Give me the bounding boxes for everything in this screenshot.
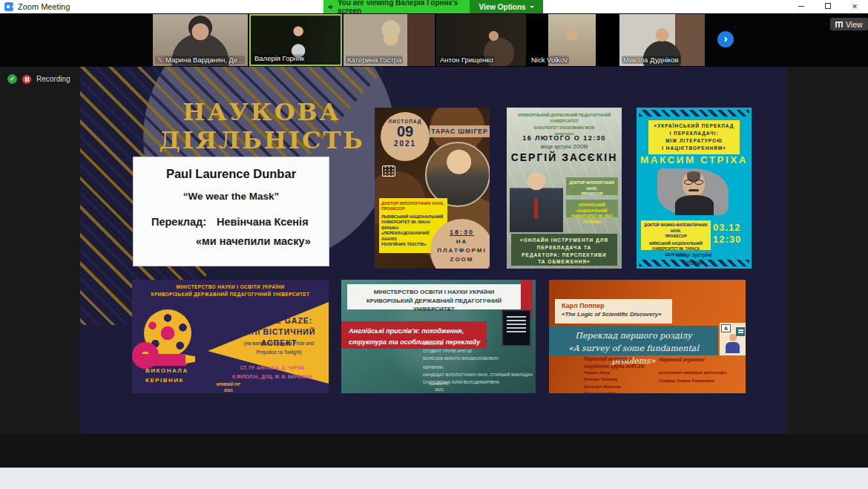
poster-team-label: Переклад виконали студенти групи АНП-19: [584,355,645,371]
poster-popper: Карл Поппер «The Logic of Scientific Dis… [549,280,746,393]
chevron-down-icon [530,6,534,10]
shared-screen-area: ✓ Recording НАУКОВА ДІЯЛЬНІСТЬ Paul Laur… [0,67,868,434]
poster-credentials-box: ДОКТОР ФІЗИКО-МАТЕМАТИЧНИХ НАУК, ПРОФЕСО… [641,220,711,250]
poster-ministry-header: МІНІСТЕРСТВО ОСВІТИ І НАУКИ УКРАЇНИ КРИВ… [347,284,521,309]
poster-credentials: ДОКТОР ФІЗИКО-МАТЕМАТИЧНИХ НАУК, ПРОФЕСО… [644,223,707,238]
poster-year: 2021 [381,140,430,148]
card-author: Paul Laurence Dunbar [134,167,329,181]
next-participants-arrow-button[interactable]: › [717,31,734,47]
poster-affiliation: ВОЛИНСЬКИЙ НАЦІОНАЛЬНИЙ УНІВЕРСИТЕТ ІМ. … [566,200,618,217]
poster-day: 09 [381,124,430,140]
poster-university-header: КРИВОРІЗЬКИЙ ДЕРЖАВНИЙ ПЕДАГОГІЧНИЙ УНІВ… [507,112,622,137]
minimize-button[interactable] [788,0,815,13]
poster-role-advisor: КЕРІВНИК [145,377,184,384]
participant-video-2[interactable]: Катерина Гостра [343,14,435,66]
zoom-app-icon [4,2,13,11]
poster-author: ВИКОНАВ: СТУДЕНТ ГРУПИ АНП-18 БОЛЄСЄВ МИ… [423,341,498,363]
speech-bubble-translation-icon [736,327,745,336]
translator-icon: A [720,323,746,355]
poster-topic: «УКРАЇНСЬКИЙ ПЕРЕКЛАД І ПЕРЕКЛАДАЧІ: МІЖ… [648,120,740,154]
participant-name: Nick Volkov [530,56,569,64]
poster-book-title: «The Logic of Scientific Discovery» [562,311,672,318]
speaker-tie-decoration [534,198,538,219]
poster-footer: КРИВИЙ РІГ 2021 [199,382,258,393]
participants-filmstrip: Марина Варданян, Де... Валерія Горняк Ка… [0,13,868,67]
view-label: View [846,20,863,29]
speaker-suit [675,195,714,215]
participant-video-4[interactable]: Nick Volkov [527,14,618,66]
view-layout-button[interactable]: View [830,18,868,30]
poster-speaker-name: МАКСИМ СТРІХА [637,154,752,165]
poster-team-names: Чирва Анна Ковчан Тетяна Вотчал Микита П… [584,370,621,393]
title-bar: Zoom Meeting You are viewing Валерія Гор… [0,0,868,13]
poster-proverbs: МІНІСТЕРСТВО ОСВІТИ І НАУКИ УКРАЇНИ КРИВ… [341,280,536,393]
calendar-icon [382,165,395,177]
participant-name: Валерія Горняк [253,54,306,62]
participant-video-0[interactable]: Марина Варданян, Де... [153,14,248,66]
poster-time: 12:30 [713,234,741,245]
poster-ministry-header: МІНІСТЕРСТВО НАУКИ І ОСВІТИ УКРАЇНИ КРИВ… [132,283,329,299]
view-options-button[interactable]: View Options [470,0,543,13]
poster-credentials: ДОКТОР ФІЛОЛОГІЧНИХ НАУК, ПРОФЕСОР [381,201,445,212]
poster-topic: «ОНЛАЙН ІНСТРУМЕНТИ ДЛЯ ПЕРЕКЛАДАЧА ТА Р… [511,234,617,266]
poster-advisor-label: Науковий керівник: [659,357,706,362]
card-translation-label: Переклад: [151,216,206,228]
poster-date: 03.12 [713,222,741,233]
mic-muted-icon [157,56,163,63]
participant-name: Антон Грищенко [438,56,495,64]
presentation-slide: НАУКОВА ДІЯЛЬНІСТЬ Paul Laurence Dunbar … [80,67,788,434]
speaker-icon [327,3,335,11]
poster-datetime: 16 ЛЮТОГО О 12:30 [507,134,622,142]
translation-card: Paul Laurence Dunbar “We wear the Mask” … [134,157,329,266]
participant-name-tag: Марина Варданян, Де... [155,56,245,64]
projector-body-decoration [138,354,187,366]
participant-video-1-active-speaker[interactable]: Валерія Горняк [249,14,342,66]
windows-taskbar: 20°C Mostly cloudy УКР 17:48 26.05.2022 … [0,467,868,489]
recording-label: Recording [36,75,70,83]
person-body-icon [726,342,740,353]
poster-time: 18:30 [430,229,490,236]
book-cover-thumbnail [502,309,531,347]
card-translator-name: Невінчана Ксенія [217,216,309,228]
poster-author: Карл Поппер [562,302,672,309]
speaker-photo [425,142,490,207]
zoom-meeting-window: Zoom Meeting You are viewing Валерія Гор… [0,0,868,489]
close-button[interactable]: × [841,0,868,13]
poster-strikha: «УКРАЇНСЬКИЙ ПЕРЕКЛАД І ПЕРЕКЛАДАЧІ: МІЖ… [637,108,752,269]
person-head-icon [729,334,737,341]
mustache-decoration [688,189,699,191]
hatch-border-bottom [639,260,749,266]
recording-indicator: ✓ Recording [7,74,70,84]
view-options-label: View Options [479,3,525,11]
poster-role-author: ВИКОНАЛА [145,367,188,374]
poster-credits: СТ. ГР. АНП-19 А. Д. ЧИРВА К.ФІЛОЛ.Н., Д… [217,364,327,382]
screen-share-banner: You are viewing Валерія Горняк's screen [323,0,470,13]
glasses-icon [694,180,703,185]
card-translated-title: «ми начепили маску» [196,235,311,247]
poster-title: Переклад першого розділу «A survey of so… [549,326,718,355]
poster-date-circle: ЛИСТОПАД 09 2021 [381,112,430,161]
poster-author-box: Карл Поппер «The Logic of Scientific Dis… [555,299,672,324]
maximize-button[interactable] [815,0,841,13]
participant-video-5[interactable]: Микола Дудніков [619,14,705,66]
poster-subtitle: (на матеріалі фільмів Pride and Prejudic… [234,339,324,356]
poster-credentials: ДОКТОР ФІЛОЛОГІЧНИХ НАУК, ПРОФЕСОР [566,177,618,195]
security-shield-icon: ✓ [7,74,17,84]
window-title: Zoom Meeting [18,0,70,13]
projector-lens-decoration [185,355,195,364]
recording-dot-icon [22,75,31,84]
poster-advisor: асистент кафедри філософії, Оліфер Олена… [659,369,727,385]
poster-speaker-name: ТАРАС ШМІГЕР [430,125,490,137]
participant-name: Микола Дудніков [622,56,680,64]
participant-video-3[interactable]: Антон Грищенко [436,14,526,66]
glasses-icon [684,180,693,185]
poster-platform: НА ПЛАТФОРМІ ZOOM [430,237,490,264]
hatch-border-top [639,110,749,116]
poster-zasiekin: КРИВОРІЗЬКИЙ ДЕРЖАВНИЙ ПЕДАГОГІЧНИЙ УНІВ… [507,108,622,269]
card-work-title: “We wear the Mask” [134,191,329,202]
poster-shmiher: ЛИСТОПАД 09 2021 ТАРАС ШМІГЕР ДОКТОР ФІЛ… [375,108,490,269]
gallery-grid-icon [835,22,843,27]
poster-speaker-name: СЕРГІЙ ЗАСЄКІН [507,151,622,163]
poster-footer: Кривий Ріг 2021 [410,381,469,393]
participant-name: Катерина Гостра [346,56,403,64]
